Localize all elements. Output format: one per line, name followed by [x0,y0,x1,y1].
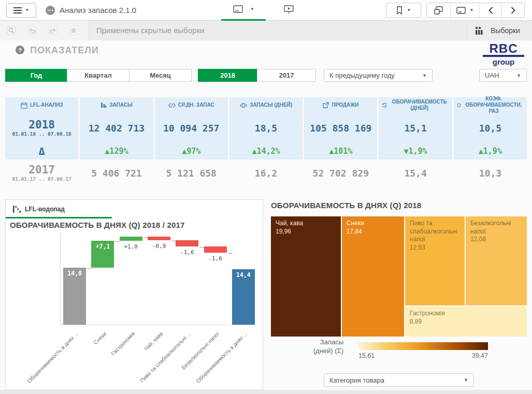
treemap-block-name: Снеки [347,220,399,228]
selections-toolbar: Применены скрытые выборки Выборки [0,21,532,40]
waterfall-bar[interactable] [176,240,198,246]
legend-min-value: 15,61 [358,352,375,359]
treemap-block-name: Пиво та слабоалкогольні напої [410,220,460,244]
bookmark-icon [396,6,402,14]
bar-chart-icon [100,102,107,108]
treemap-block-value: 8,89 [410,318,522,326]
treemap-block[interactable]: Безалкогольні напої12,08 [466,216,527,305]
app-logo-icon [46,6,55,15]
kpi-column-sales: ПРОДАЖИ 105 858 169 ▲101% 52 702 829 [304,97,377,186]
bar-value-label: 14,8 [63,270,86,277]
waterfall-bar[interactable] [148,237,170,240]
waterfall-bar[interactable]: 14,4 [232,269,255,325]
chevron-down-icon: ▼ [464,377,468,383]
waterfall-bar[interactable]: +7,1 [91,241,114,268]
sheet-navigation-group: ▼ [426,3,525,18]
bar-value-label: -1,6 [201,255,229,262]
filter-period-quarter[interactable]: Квартал [67,69,130,82]
treemap-block[interactable]: Снеки17,84 [342,216,404,337]
top-toolbar: ▼ Анализ запасов 2.1.0 ▼ ▼ ▼ [0,0,532,21]
chevron-down-icon: ▼ [25,8,30,12]
kpi-year-2018: 2018 [28,119,55,130]
presentation-mode-button[interactable] [284,5,294,14]
help-icon[interactable]: ? [16,46,24,54]
kpi-column-lfl: LFL-АНАЛИЗ 2018 01.01.18 .. 07.06.18 Δ 2… [5,97,78,186]
previous-sheet-button[interactable] [480,3,502,18]
clear-selections-button[interactable] [66,24,81,37]
treemap-block[interactable]: Гастрономія8,89 [405,307,527,337]
tab-lfl-waterfall[interactable]: LFL-водопад [6,200,65,218]
waterfall-x-label: Безалкогольні напої [157,330,220,393]
selection-tools [0,21,89,40]
waterfall-bar[interactable] [204,246,227,253]
kpi-year-2017: 2017 [28,164,55,176]
chevron-down-icon: ▼ [250,7,254,11]
redo-selection-button[interactable] [46,24,60,37]
waterfall-bar[interactable]: 14,8 [63,268,86,325]
smart-search-button[interactable] [4,24,19,37]
currency-dropdown[interactable]: UAH ▼ [479,69,527,82]
waterfall-x-label: Пиво та слабоалкогольні ... [129,330,192,393]
dashboard-sheet: ? ПОКАЗАТЕЛИ RBC group Год Квартал Месяц… [0,40,532,394]
hidden-selections-message: Применены скрытые выборки [96,21,204,40]
kpi-column-turnover-days: ОБОРАЧИВАЕМОСТЬ (ДНЕЙ) 15,1 ▼1,9% 15,4 [379,97,452,186]
waterfall-x-labels: Оборачиваемость в днях ...СнекиГастроном… [60,328,257,389]
waterfall-x-label: Гастрономія [73,330,136,393]
treemap-block-name: Чай, кава [276,220,336,228]
filter-year-2017[interactable]: 2017 [257,69,316,82]
code-icon [168,103,176,108]
kpi-range-2017: 01.01.17 .. 07.06.17 [12,176,71,182]
treemap-block-value: 12,08 [470,236,522,244]
delta-symbol: Δ [39,145,45,157]
filter-year-2018[interactable]: 2018 [198,69,257,82]
active-tab-underline [6,217,112,218]
refresh-icon [382,102,387,108]
bar-value-label: +1,0 [117,243,145,250]
treemap-block[interactable]: Чай, кава19,96 [271,216,341,337]
filter-period-month[interactable]: Месяц [129,69,192,82]
main-menu-button[interactable]: ▼ [6,3,36,18]
chevron-right-icon [511,7,515,14]
rbc-group-logo: RBC group [483,42,524,66]
compare-mode-dropdown[interactable]: К предыдущему году ▼ [324,69,433,82]
waterfall-x-label: Снеки [45,330,108,393]
duplicate-sheet-button[interactable] [427,3,451,18]
treemap-block[interactable]: Пиво та слабоалкогольні напої12,53 [405,216,465,305]
undo-icon [27,26,37,35]
calendar-icon [21,102,27,109]
treemap-block-name: Безалкогольні напої [470,220,522,236]
bottom-scrollbar-track[interactable] [0,390,532,394]
waterfall-title: ОБОРАЧИВАЕМОСТЬ В ДНЯХ (Q) 2018 / 2017 [10,221,185,229]
clear-selections-icon [69,26,78,35]
sheet-options-button[interactable]: ▼ [451,3,480,18]
sheet-icon [456,7,466,14]
chevron-down-icon: ▼ [516,73,521,78]
waterfall-x-label: Оборачиваемость в днях ... [185,330,249,393]
chevron-down-icon: ▼ [470,8,474,12]
waterfall-bar[interactable] [120,237,142,240]
filter-period-year[interactable]: Год [5,69,67,82]
kpi-range-2018: 01.01.18 .. 07.06.18 [12,131,71,137]
bar-value-label: -1,6 [173,249,201,256]
external-link-icon [323,102,329,108]
hamburger-icon [13,7,22,14]
category-dropdown[interactable]: Категория товара ▼ [324,373,474,387]
treemap-block-value: 19,96 [276,228,336,236]
days-range-icon [240,103,247,108]
waterfall-plot: 14,8+7,1+1,0-0,9-1,6-1,614,4 [60,233,257,325]
selections-grid-icon [475,27,483,35]
sheets-icon [434,6,443,14]
chevron-down-icon: ▼ [407,8,411,12]
legend-label: Запасы (дней) (Σ) [267,338,343,356]
next-sheet-button[interactable] [502,3,524,18]
sheet-selector-button[interactable]: ▼ [233,5,254,13]
treemap-card: ОБОРАЧИВАЕМОСТЬ В ДНЯХ (Q) 2018 Чай, кав… [267,199,527,390]
treemap-title: ОБОРАЧИВАЕМОСТЬ В ДНЯХ (Q) 2018 [271,201,421,210]
bookmarks-button[interactable]: ▼ [386,3,421,18]
waterfall-x-label: Оборачиваемость в днях ... [17,330,80,393]
undo-selection-button[interactable] [25,24,39,37]
app-title: Анализ запасов 2.1.0 [60,6,136,14]
waterfall-card: LFL-водопад ОБОРАЧИВАЕМОСТЬ В ДНЯХ (Q) 2… [5,199,263,390]
sheet-title: ПОКАЗАТЕЛИ [30,45,99,56]
selections-panel-button[interactable]: Выборки [466,21,532,40]
